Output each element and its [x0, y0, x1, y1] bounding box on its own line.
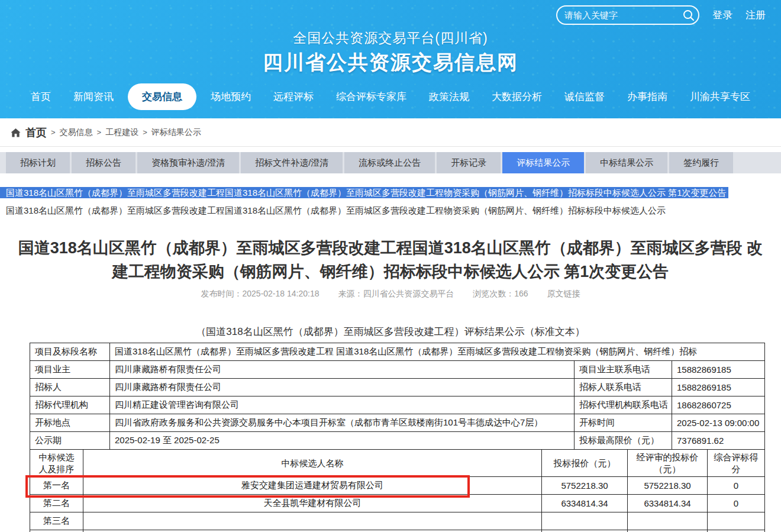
info-label-2: 招标代理机构联系电话	[575, 396, 672, 414]
info-row: 开标地点四川省政府政务服务和公共资源交易服务中心本项目开标室（成都市青羊区鼓楼南…	[30, 414, 765, 432]
original-link[interactable]: 原文链接	[547, 289, 580, 298]
info-row: 项目及标段名称国道318名山区黑竹（成都界）至雨城区多营段改建工程 国道318名…	[30, 343, 765, 361]
nav-item[interactable]: 川渝共享专区	[682, 84, 759, 109]
cand-empty-cell	[83, 530, 542, 532]
nav-item[interactable]: 办事指南	[619, 84, 676, 109]
tab[interactable]: 招标文件补遗/澄清	[241, 152, 343, 173]
breadcrumb-item[interactable]: 评标结果公示	[151, 127, 201, 138]
cand-row: 第一名雅安交建集团运通建材贸易有限公司5752218.305752218.300	[30, 477, 765, 495]
breadcrumb-items: 首页>交易信息>工程建设>评标结果公示	[25, 125, 201, 140]
nav-item[interactable]: 交易信息	[128, 83, 196, 110]
cand-table-body: 第一名雅安交建集团运通建材贸易有限公司5752218.305752218.300…	[30, 477, 765, 532]
cand-reviewed	[628, 512, 708, 530]
site-subtitle: 全国公共资源交易平台(四川省)	[0, 29, 781, 47]
selected-list-item-link[interactable]: 国道318名山区黑竹（成都界）至雨城区多营段改建工程国道318名山区黑竹（成都界…	[0, 187, 728, 198]
cand-row: 第二名天全县凯华建材有限公司6334814.346334814.340	[30, 495, 765, 512]
breadcrumb-item[interactable]: 首页	[25, 125, 47, 140]
info-value: 四川康藏路桥有限责任公司	[110, 379, 575, 396]
breadcrumb-separator: >	[143, 128, 147, 137]
login-link[interactable]: 登录	[712, 8, 732, 22]
info-label: 项目及标段名称	[30, 343, 110, 361]
nav-item[interactable]: 综合评标专家库	[328, 84, 415, 109]
info-value-2: 15882869185	[672, 379, 765, 396]
cand-rank: 第三名	[30, 512, 83, 530]
info-value: 四川省政府政务服务和公共资源交易服务中心本项目开标室（成都市青羊区鼓楼南街101…	[110, 414, 575, 432]
tab[interactable]: 评标结果公示	[502, 152, 584, 173]
nav-item[interactable]: 场地预约	[202, 84, 259, 109]
info-value-2: 2025-02-13 09:00:00	[672, 414, 765, 432]
cand-row: 第三名	[30, 512, 765, 530]
info-label-2: 项目业主联系电话	[575, 361, 672, 379]
info-label-2: 招标人联系电话	[575, 379, 672, 396]
cand-row-partial	[30, 530, 765, 532]
info-value: 四川精正建设管理咨询有限公司	[110, 396, 575, 414]
cand-header-cell: 中标候选人及排序	[30, 450, 83, 477]
search-input[interactable]	[564, 10, 682, 20]
search-box	[556, 5, 699, 25]
tab[interactable]: 开标记录	[437, 152, 501, 173]
info-row: 招标代理机构四川精正建设管理咨询有限公司招标代理机构联系电话1868286072…	[30, 396, 765, 414]
tab[interactable]: 招标计划	[6, 152, 70, 173]
cand-header-row: 中标候选人及排序中标候选人名称投标报价（元）经评审的投标价（元）综合评标得分	[30, 450, 765, 477]
nav-item[interactable]: 诚信监督	[556, 84, 613, 109]
nav-item[interactable]: 大数据分析	[483, 84, 550, 109]
publish-time: 发布时间：2025-02-18 14:20:18	[201, 289, 319, 298]
info-row: 项目业主四川康藏路桥有限责任公司项目业主联系电话15882869185	[30, 361, 765, 379]
breadcrumb-separator: >	[51, 128, 56, 137]
tab[interactable]: 签约履行	[669, 152, 733, 173]
breadcrumb: 首页>交易信息>工程建设>评标结果公示	[0, 118, 781, 147]
cand-score: 0	[708, 495, 765, 512]
home-icon[interactable]	[10, 127, 21, 138]
info-label-2: 开标时间	[575, 414, 672, 432]
nav-item[interactable]: 远程评标	[265, 84, 322, 109]
cand-bid: 6334814.34	[542, 495, 628, 512]
site-header: 登录 注册 全国公共资源交易平台(四川省) 四川省公共资源交易信息网 首页新闻资…	[0, 0, 781, 118]
nav-item[interactable]: 首页	[22, 84, 59, 109]
breadcrumb-separator: >	[97, 128, 102, 137]
info-label: 项目业主	[30, 361, 110, 379]
info-value-2: 18682860725	[672, 396, 765, 414]
table-caption: （国道318名山区黑竹（成都界）至雨城区多营段改建工程）评标结果公示（标准文本）	[6, 325, 775, 338]
cand-header-cell: 经评审的投标价（元）	[628, 450, 708, 477]
selected-list-item: 国道318名山区黑竹（成都界）至雨城区多营段改建工程国道318名山区黑竹（成都界…	[6, 186, 775, 199]
register-link[interactable]: 注册	[746, 8, 766, 22]
cand-reviewed: 5752218.30	[628, 477, 708, 495]
cand-bid: 5752218.30	[542, 477, 628, 495]
nav-item[interactable]: 新闻资讯	[65, 84, 122, 109]
cand-name: 雅安交建集团运通建材贸易有限公司	[83, 477, 542, 495]
info-label: 公示期	[30, 432, 110, 450]
candidates-table: 中标候选人及排序中标候选人名称投标报价（元）经评审的投标价（元）综合评标得分 第…	[30, 449, 765, 532]
view-count: 浏览次数：166	[473, 289, 528, 298]
cand-score: 0	[708, 477, 765, 495]
breadcrumb-item[interactable]: 交易信息	[60, 127, 93, 138]
info-value: 四川康藏路桥有限责任公司	[110, 361, 575, 379]
info-row: 招标人四川康藏路桥有限责任公司招标人联系电话15882869185	[30, 379, 765, 396]
cand-header-cell: 中标候选人名称	[83, 450, 542, 477]
cand-name: 天全县凯华建材有限公司	[83, 495, 542, 512]
info-label: 招标人	[30, 379, 110, 396]
cand-score	[708, 512, 765, 530]
info-value-2: 7376891.62	[672, 432, 765, 450]
result-tables: 项目及标段名称国道318名山区黑竹（成都界）至雨城区多营段改建工程 国道318名…	[30, 343, 753, 532]
info-value-2: 15882869185	[672, 361, 765, 379]
info-label: 招标代理机构	[30, 396, 110, 414]
tab[interactable]: 中标结果公示	[586, 152, 667, 173]
header-top: 登录 注册	[0, 0, 781, 25]
search-icon[interactable]	[682, 9, 695, 22]
info-row: 公示期2025-02-19 至 2025-02-25投标最高限价（元）73768…	[30, 432, 765, 450]
cand-bid	[542, 512, 628, 530]
nav-item[interactable]: 政策法规	[421, 84, 477, 109]
project-info-table: 项目及标段名称国道318名山区黑竹（成都界）至雨城区多营段改建工程 国道318名…	[30, 343, 765, 450]
source: 来源：四川省公共资源交易平台	[338, 289, 454, 298]
cand-rank: 第二名	[30, 495, 83, 512]
tab[interactable]: 招标公告	[72, 152, 135, 173]
breadcrumb-item[interactable]: 工程建设	[105, 127, 138, 138]
tab-bar: 招标计划招标公告资格预审补遗/澄清招标文件补遗/澄清流标或终止公告开标记录评标结…	[0, 152, 781, 173]
tab[interactable]: 流标或终止公告	[344, 152, 435, 173]
cand-empty-cell	[30, 530, 83, 532]
tab[interactable]: 资格预审补遗/澄清	[137, 152, 239, 173]
info-table-body: 项目及标段名称国道318名山区黑竹（成都界）至雨城区多营段改建工程 国道318名…	[30, 343, 765, 450]
list-item-link[interactable]: 国道318名山区黑竹（成都界）至雨城区多营段改建工程国道318名山区黑竹（成都界…	[6, 204, 775, 217]
info-value: 国道318名山区黑竹（成都界）至雨城区多营段改建工程 国道318名山区黑竹（成都…	[110, 343, 765, 361]
cand-name	[83, 512, 542, 530]
